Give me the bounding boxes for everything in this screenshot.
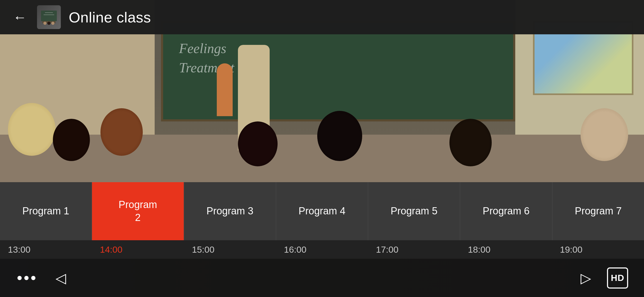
program-item-5[interactable]: Program 5 [368,182,460,240]
time-marker-1900[interactable]: 19:00 [552,244,644,255]
raised-hand [217,63,233,116]
time-marker-1600[interactable]: 16:00 [276,244,368,255]
time-1600: 16:00 [284,244,306,255]
time-marker-1500[interactable]: 15:00 [184,244,276,255]
student-head-blonde [8,103,56,156]
controls-left: ◁ [16,267,71,289]
svg-point-4 [43,22,47,25]
program-item-2[interactable]: Program2 [92,182,184,240]
program-item-1[interactable]: Program 1 [0,182,92,240]
student-head-dark3 [317,111,362,161]
dot-3 [31,276,35,280]
bottom-bar: ◁ ▷ HD [0,259,644,297]
svg-point-5 [47,22,50,25]
play-button[interactable]: ▷ [575,267,596,289]
program-1-label: Program 1 [22,205,69,218]
hd-button[interactable]: HD [607,267,628,289]
channel-thumbnail [37,5,61,29]
timeline-bar: 13:00 14:00 15:00 16:00 17:00 18:00 19:0… [0,240,644,259]
time-marker-1400[interactable]: 14:00 [92,244,184,255]
play-icon: ▷ [581,270,591,286]
program-item-3[interactable]: Program 3 [184,182,276,240]
time-1300: 13:00 [8,244,30,255]
svg-point-6 [51,22,54,25]
program-item-7[interactable]: Program 7 [553,182,644,240]
svg-rect-0 [41,11,57,21]
time-1700: 17:00 [376,244,398,255]
back-button[interactable]: ← [11,8,29,26]
chalkboard: FeelingsTreatment [161,21,515,121]
controls-right: ▷ HD [575,267,628,289]
classroom-icon [40,8,58,26]
student-head-dark2 [238,121,278,166]
time-1900: 19:00 [560,244,582,255]
channel-title: Online class [69,9,151,26]
program-item-4[interactable]: Program 4 [276,182,368,240]
program-3-label: Program 3 [206,205,253,218]
time-marker-1700[interactable]: 17:00 [368,244,460,255]
dot-1 [17,276,22,280]
program-6-label: Program 6 [483,205,530,218]
student-head-brown [100,108,143,156]
time-marker-1800[interactable]: 18:00 [460,244,552,255]
thumbnail-image [37,5,61,29]
back-arrow-icon: ← [13,9,27,25]
program-item-6[interactable]: Program 6 [460,182,552,240]
more-options-button[interactable] [16,267,37,289]
program-7-label: Program 7 [575,205,622,218]
top-bar: ← Online class [0,0,644,34]
rewind-icon: ◁ [56,270,66,286]
program-5-label: Program 5 [391,205,438,218]
time-1400: 14:00 [100,244,122,255]
program-4-label: Program 4 [298,205,345,218]
program-bar: Program 1 Program2 Program 3 Program 4 P… [0,182,644,240]
student-head-light [581,108,628,161]
time-1800: 18:00 [468,244,490,255]
dot-2 [24,276,29,280]
student-head-dark4 [449,119,492,166]
time-1500: 15:00 [192,244,214,255]
student-head-dark1 [53,119,90,161]
hd-label: HD [611,273,624,283]
rewind-button[interactable]: ◁ [50,267,71,289]
program-2-label: Program2 [119,198,157,224]
time-marker-1300[interactable]: 13:00 [0,244,92,255]
